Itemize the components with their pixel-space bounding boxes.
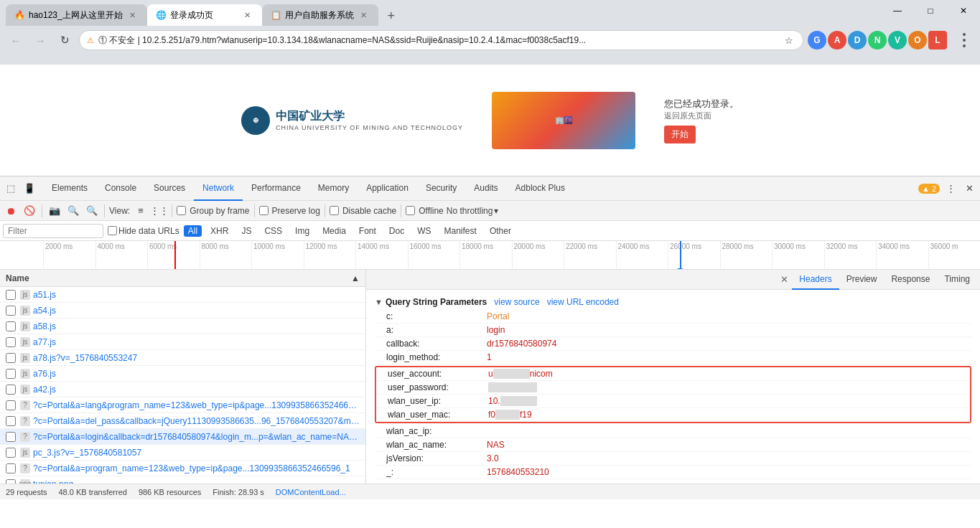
file-check-9[interactable] <box>6 416 16 426</box>
view-url-encoded-link[interactable]: view URL encoded <box>547 297 619 307</box>
browser-tab-2[interactable]: 🌐 登录成功页 ✕ <box>147 4 262 26</box>
devtools-close-icon[interactable]: ✕ <box>961 181 977 197</box>
detail-close-btn[interactable]: ✕ <box>776 272 792 288</box>
disable-cache-checkbox[interactable] <box>330 206 339 215</box>
file-check-12[interactable] <box>6 463 16 473</box>
tab-performance[interactable]: Performance <box>243 176 309 201</box>
chrome-ext-2[interactable]: A <box>828 31 846 50</box>
devtools-device-icon[interactable]: 📱 <box>22 181 37 197</box>
browser-tab-3[interactable]: 📋 用户自助服务系统 ✕ <box>262 4 378 26</box>
file-check-8[interactable] <box>6 400 16 410</box>
forward-button[interactable]: → <box>30 30 50 50</box>
filter-type-manifest[interactable]: Manifest <box>440 225 481 237</box>
new-tab-button[interactable]: + <box>381 6 401 26</box>
preserve-log-checkbox[interactable] <box>259 206 269 215</box>
hide-data-urls-checkbox[interactable] <box>108 226 117 235</box>
list-item[interactable]: ? ?c=Portal&a=login&callback=dr157684058… <box>0 429 365 445</box>
chrome-ext-3[interactable]: D <box>848 31 867 50</box>
preserve-log-toggle[interactable]: Preserve log <box>259 206 320 216</box>
list-item[interactable]: png tupian.png <box>0 476 365 484</box>
list-item[interactable]: ? ?c=Portal&a=program_name=123&web_type=… <box>0 461 365 476</box>
tab-sources[interactable]: Sources <box>145 176 194 201</box>
filter-type-doc[interactable]: Doc <box>385 225 409 237</box>
filter-type-all[interactable]: All <box>184 225 202 237</box>
file-check-7[interactable] <box>6 385 16 395</box>
tab-elements[interactable]: Elements <box>43 176 96 201</box>
tab-application[interactable]: Application <box>358 176 417 201</box>
hide-data-urls-toggle[interactable]: Hide data URLs <box>108 226 179 236</box>
bookmark-icon[interactable]: ☆ <box>783 34 795 47</box>
filter-type-xhr[interactable]: XHR <box>206 225 233 237</box>
close-button[interactable]: ✕ <box>947 0 980 22</box>
file-check-4[interactable] <box>6 337 16 347</box>
tab-console[interactable]: Console <box>96 176 145 201</box>
file-check-6[interactable] <box>6 369 16 379</box>
screenshot-button[interactable]: 📷 <box>47 203 62 219</box>
clear-button[interactable]: 🚫 <box>22 203 37 219</box>
list-item[interactable]: js a42.js <box>0 382 365 397</box>
group-by-frame-toggle[interactable]: Group by frame <box>177 206 249 216</box>
list-item[interactable]: ? ?c=Portal&a=lang&program_name=123&web_… <box>0 397 365 413</box>
filter-type-media[interactable]: Media <box>318 225 350 237</box>
filter-type-js[interactable]: JS <box>237 225 256 237</box>
dom-content-loaded-link[interactable]: DOMContentLoad... <box>276 488 346 496</box>
chrome-ext-6[interactable]: O <box>908 31 927 50</box>
file-check-11[interactable] <box>6 448 16 458</box>
maximize-button[interactable]: □ <box>914 0 947 22</box>
list-item[interactable]: js pc_3.js?v=_1576840581057 <box>0 445 365 461</box>
filter-input[interactable] <box>3 224 103 238</box>
tab-audits[interactable]: Audits <box>465 176 506 201</box>
filter-type-font[interactable]: Font <box>355 225 381 237</box>
browser-menu-button[interactable] <box>954 30 974 50</box>
tab-memory[interactable]: Memory <box>309 176 358 201</box>
offline-checkbox[interactable] <box>406 206 415 215</box>
detail-tab-response[interactable]: Response <box>884 270 937 290</box>
view-source-link[interactable]: view source <box>494 297 539 307</box>
refresh-button[interactable]: ↻ <box>55 30 75 50</box>
filter-icon[interactable]: 🔍 <box>65 203 81 219</box>
filter-type-ws[interactable]: WS <box>413 225 435 237</box>
minimize-button[interactable]: — <box>881 0 914 22</box>
list-item[interactable]: js a54.js <box>0 303 365 319</box>
browser-tab-1[interactable]: 🔥 hao123_上网从这里开始 ✕ <box>6 4 147 26</box>
devtools-inspect-icon[interactable]: ⬚ <box>3 181 19 197</box>
filter-type-img[interactable]: Img <box>291 225 314 237</box>
filter-type-css[interactable]: CSS <box>260 225 286 237</box>
record-button[interactable]: ⏺ <box>3 203 19 219</box>
view-grid-icon[interactable]: ⋮⋮ <box>151 203 167 219</box>
list-item[interactable]: js a76.js <box>0 366 365 382</box>
list-item[interactable]: js a51.js <box>0 287 365 303</box>
group-by-frame-checkbox[interactable] <box>177 206 186 215</box>
tab3-close[interactable]: ✕ <box>358 9 370 21</box>
tab-adblock[interactable]: Adblock Plus <box>507 176 574 201</box>
search-icon[interactable]: 🔍 <box>84 203 100 219</box>
section-arrow-icon[interactable]: ▼ <box>375 298 383 306</box>
tab1-close[interactable]: ✕ <box>127 9 139 21</box>
scroll-up-btn[interactable]: ▲ <box>351 273 360 283</box>
tab-network[interactable]: Network <box>194 176 243 201</box>
file-check-3[interactable] <box>6 321 16 331</box>
throttle-select[interactable]: No throttling ▾ <box>447 206 499 216</box>
file-check-10[interactable] <box>6 432 16 442</box>
list-item[interactable]: js a58.js <box>0 319 365 334</box>
file-check-5[interactable] <box>6 353 16 363</box>
filter-type-other[interactable]: Other <box>485 225 515 237</box>
chrome-ext-4[interactable]: N <box>868 31 887 50</box>
chrome-ext-1[interactable]: G <box>808 31 826 50</box>
list-item[interactable]: js a77.js <box>0 334 365 350</box>
tab2-close[interactable]: ✕ <box>242 9 253 21</box>
view-list-icon[interactable]: ≡ <box>133 203 149 219</box>
detail-tab-timing[interactable]: Timing <box>937 270 977 290</box>
file-check-1[interactable] <box>6 290 16 300</box>
devtools-more-icon[interactable]: ⋮ <box>943 181 958 197</box>
offline-toggle[interactable]: Offline <box>406 206 443 216</box>
disable-cache-toggle[interactable]: Disable cache <box>330 206 396 216</box>
chrome-ext-7[interactable]: L <box>928 31 947 50</box>
back-button[interactable]: ← <box>6 30 26 50</box>
address-bar[interactable]: ⚠ ① 不安全 | 10.2.5.251/a79.htm?wlanuserip=… <box>79 30 803 50</box>
tab-security[interactable]: Security <box>417 176 465 201</box>
list-item[interactable]: js a78.js?v=_1576840553247 <box>0 350 365 366</box>
start-button[interactable]: 开始 <box>664 126 696 143</box>
detail-tab-preview[interactable]: Preview <box>839 270 885 290</box>
detail-tab-headers[interactable]: Headers <box>792 270 839 290</box>
